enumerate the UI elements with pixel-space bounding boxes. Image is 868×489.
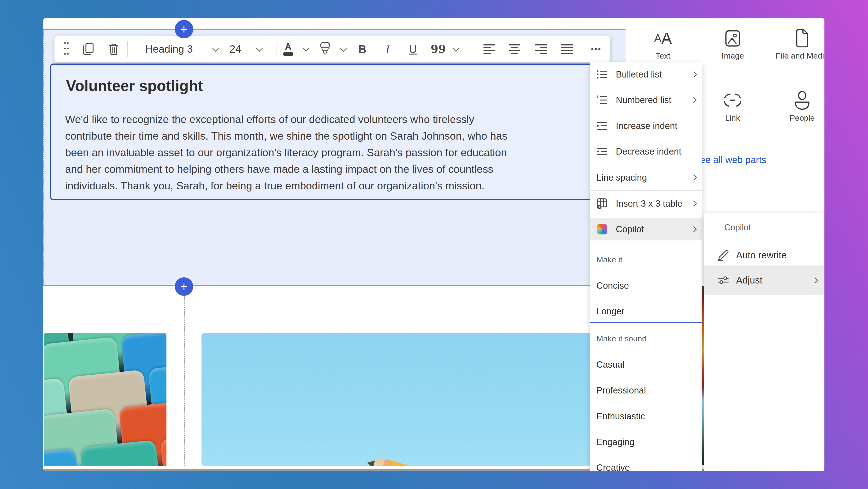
add-section-button-middle[interactable]: +	[175, 277, 193, 296]
quote-chevron-icon[interactable]	[451, 36, 461, 62]
chevron-right-icon	[691, 201, 696, 206]
image-webpart-icon	[707, 28, 759, 49]
toolbar-divider	[471, 41, 471, 57]
font-size-value: 24	[230, 43, 241, 55]
menu-option-longer[interactable]: Longer	[590, 300, 702, 322]
article-paragraph[interactable]: We'd like to recognize the exceptional e…	[65, 111, 507, 194]
menu-option-creative[interactable]: Creative	[590, 457, 702, 471]
menu-item-increase-indent[interactable]: Increase indent	[590, 115, 702, 137]
bulleted-list-icon	[596, 69, 608, 80]
toolbar-divider	[336, 41, 336, 57]
text-style-value: Heading 3	[145, 43, 193, 55]
copilot-submenu-header: Copilot	[724, 223, 751, 233]
adjust-sliders-icon	[718, 275, 729, 286]
menu-option-casual[interactable]: Casual	[590, 354, 702, 375]
menu-divider	[590, 240, 702, 241]
menu-group-header-make-it: Make it	[590, 253, 702, 267]
text-webpart-icon: AA	[637, 28, 689, 49]
submenu-item-auto-rewrite[interactable]: Auto rewrite	[704, 244, 824, 266]
highlight-button[interactable]	[317, 36, 333, 62]
menu-option-concise[interactable]: Concise	[590, 275, 702, 296]
paragraph-line: We'd like to recognize the exceptional e…	[65, 111, 507, 128]
menu-option-professional[interactable]: Professional	[590, 379, 702, 401]
menu-item-line-spacing[interactable]: Line spacing	[590, 167, 702, 189]
webpart-file-and-media[interactable]: File and Media	[776, 28, 825, 60]
blockquote-button[interactable]: 99	[431, 36, 446, 62]
paragraph-line: contribute their time and skills. This m…	[65, 128, 507, 144]
hidden-image-sliver	[702, 286, 704, 465]
decrease-indent-icon	[596, 146, 608, 157]
copilot-icon	[596, 224, 608, 235]
font-color-button[interactable]: A	[280, 36, 297, 62]
underline-button[interactable]: U	[405, 36, 421, 62]
drag-handle-icon[interactable]	[59, 36, 72, 62]
image-webpart-pencil-sky[interactable]	[202, 333, 625, 466]
webpart-image[interactable]: Image	[707, 28, 759, 60]
duplicate-button[interactable]	[81, 36, 96, 62]
people-webpart-icon	[776, 90, 825, 111]
chevron-right-icon	[691, 71, 696, 77]
highlight-chevron-icon[interactable]	[338, 36, 348, 62]
italic-button[interactable]: I	[380, 36, 395, 62]
webpart-people[interactable]: People	[776, 90, 825, 122]
webpart-text[interactable]: AA Text	[637, 28, 689, 60]
paragraph-line: been an invaluable asset to our organiza…	[65, 144, 507, 161]
submenu-item-adjust[interactable]: Adjust	[704, 265, 824, 295]
toolbar-divider	[127, 41, 128, 57]
delete-button[interactable]	[106, 36, 121, 62]
menu-item-bulleted-list[interactable]: Bulleted list	[590, 63, 702, 85]
font-size-dropdown[interactable]: 24	[226, 36, 245, 62]
auto-rewrite-pencil-icon	[718, 249, 729, 261]
toolbar-divider	[298, 41, 298, 57]
section-divider-bottom	[43, 285, 625, 286]
more-options-button[interactable]: •••	[587, 36, 606, 62]
column-divider-dashed	[184, 296, 185, 466]
justify-button[interactable]	[559, 36, 575, 62]
increase-indent-icon	[596, 120, 608, 132]
menu-divider	[590, 190, 702, 191]
pencil-graphic	[364, 453, 516, 466]
paragraph-line: and her commitment to helping others hav…	[65, 161, 507, 177]
align-left-button[interactable]	[482, 36, 497, 62]
file-webpart-icon	[776, 28, 825, 49]
desktop-background: Volunteer spotlight We'd like to recogni…	[0, 0, 868, 489]
add-section-button-top[interactable]: +	[175, 20, 193, 38]
chevron-right-icon	[691, 174, 696, 180]
chevron-right-icon	[812, 277, 818, 283]
align-right-button[interactable]	[533, 36, 549, 62]
see-all-web-parts-link[interactable]: See all web parts	[694, 154, 767, 165]
text-style-dropdown[interactable]: Heading 3	[136, 36, 202, 62]
copilot-submenu: Copilot Auto rewrite Adjust	[704, 213, 825, 471]
bold-button[interactable]: B	[355, 36, 370, 62]
menu-option-engaging[interactable]: Engaging	[590, 431, 702, 453]
article-heading[interactable]: Volunteer spotlight	[66, 77, 203, 94]
menu-item-copilot[interactable]: Copilot	[590, 218, 702, 240]
menu-item-insert-table[interactable]: Insert 3 x 3 table	[590, 193, 702, 214]
font-color-chevron-icon[interactable]	[301, 36, 311, 62]
webpart-link[interactable]: Link	[707, 90, 758, 122]
menu-group-header-make-it-sound: Make it sound	[590, 332, 702, 346]
chairs-photo	[44, 333, 166, 466]
insert-table-icon	[596, 198, 608, 209]
numbered-list-icon: 123	[596, 94, 608, 106]
menu-item-decrease-indent[interactable]: Decrease indent	[590, 141, 702, 162]
text-style-chevron-icon[interactable]	[211, 36, 220, 62]
text-context-menu: Bulleted list 123 Numbered list Increase…	[590, 62, 702, 471]
svg-text:3: 3	[597, 102, 598, 105]
align-center-button[interactable]	[507, 36, 522, 62]
text-webpart-editor[interactable]: Volunteer spotlight We'd like to recogni…	[50, 63, 615, 200]
font-size-chevron-icon[interactable]	[254, 36, 264, 62]
menu-item-numbered-list[interactable]: 123 Numbered list	[590, 89, 702, 111]
menu-option-enthusiastic[interactable]: Enthusiastic	[590, 405, 702, 427]
toolbar-divider	[277, 41, 277, 57]
paragraph-line: individuals. Thank you, Sarah, for being…	[65, 177, 507, 194]
sharepoint-editor-window: Volunteer spotlight We'd like to recogni…	[43, 18, 825, 471]
svg-text:2: 2	[597, 98, 598, 102]
menu-divider-blue	[590, 322, 702, 323]
chevron-right-icon	[691, 97, 696, 103]
text-formatting-toolbar: Heading 3 24 A B I U 99	[55, 36, 610, 62]
link-webpart-icon	[707, 90, 758, 111]
chevron-right-icon	[691, 226, 696, 232]
image-webpart-chairs[interactable]	[44, 333, 166, 466]
